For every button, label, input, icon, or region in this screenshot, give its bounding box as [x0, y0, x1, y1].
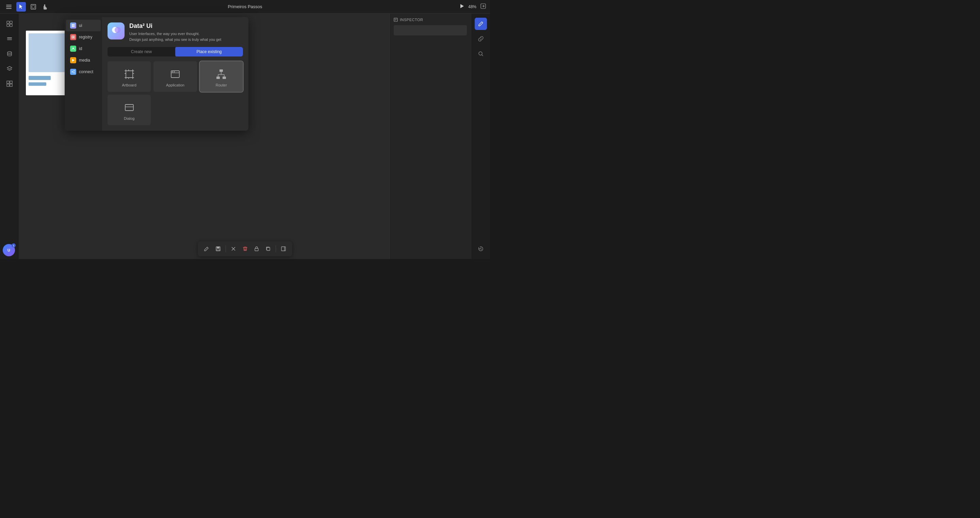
edit-tool-button[interactable]	[201, 243, 212, 254]
svg-rect-52	[220, 69, 223, 72]
lock-tool-button[interactable]	[251, 243, 262, 254]
svg-point-50	[172, 72, 173, 72]
nav-item-ui[interactable]: ui	[66, 20, 101, 31]
svg-rect-59	[125, 105, 134, 111]
nav-item-id[interactable]: id	[66, 43, 101, 54]
ui-nav-icon	[70, 22, 76, 29]
router-icon	[215, 68, 227, 80]
place-existing-tab[interactable]: Place existing	[175, 47, 243, 56]
nav-label-ui: ui	[79, 23, 82, 28]
dialog-icon	[123, 101, 135, 114]
nav-item-media[interactable]: media	[66, 54, 101, 66]
nav-label-registry: registry	[79, 35, 92, 40]
artboard-icon	[123, 68, 135, 80]
router-label: Router	[216, 83, 227, 87]
modal-subtitle-line2: Design just anything, what you see is tr…	[129, 37, 243, 43]
save-tool-button[interactable]	[213, 243, 224, 254]
svg-rect-23	[72, 26, 73, 27]
modal-left-nav: ui registry id media	[65, 17, 102, 131]
router-grid-item[interactable]: Router	[200, 61, 243, 92]
toolbar-divider-1	[226, 245, 226, 252]
nav-label-connect: connect	[79, 69, 93, 74]
svg-rect-67	[267, 247, 270, 250]
modal-title-block: Data² Ui User Interfaces, the way you ev…	[129, 22, 243, 42]
svg-point-30	[74, 70, 75, 72]
media-nav-icon	[70, 57, 76, 63]
application-label: Application	[166, 83, 185, 87]
modal-overlay: ui registry id media	[0, 0, 490, 259]
svg-rect-34	[126, 71, 133, 78]
nav-item-connect[interactable]: connect	[66, 66, 101, 78]
application-grid-item[interactable]: Application	[153, 61, 197, 92]
artboard-label: Artboard	[122, 83, 137, 87]
create-new-tab[interactable]: Create new	[108, 47, 175, 56]
artboard-grid-item[interactable]: Artboard	[108, 61, 151, 92]
svg-rect-53	[216, 77, 220, 79]
svg-point-31	[74, 72, 75, 73]
svg-rect-21	[72, 24, 73, 26]
empty-grid-item-1	[153, 95, 197, 125]
svg-rect-24	[73, 26, 75, 27]
svg-rect-22	[73, 24, 75, 26]
modal-tabs: Create new Place existing	[108, 47, 243, 56]
bottom-toolbar	[198, 241, 292, 256]
dialog-label: Dialog	[124, 116, 134, 121]
modal-header: Data² Ui User Interfaces, the way you ev…	[108, 22, 243, 42]
svg-marker-28	[72, 59, 75, 62]
application-icon	[169, 68, 181, 80]
toolbar-divider-2	[275, 245, 276, 252]
empty-grid-item-2	[200, 95, 243, 125]
svg-rect-63	[217, 249, 220, 250]
modal-subtitle-line1: User Interfaces, the way you ever though…	[129, 31, 243, 37]
connect-nav-icon	[70, 69, 76, 75]
modal-right-content: Data² Ui User Interfaces, the way you ev…	[102, 17, 248, 131]
registry-nav-icon	[70, 34, 76, 40]
nav-label-id: id	[79, 46, 82, 51]
dialog-grid-item[interactable]: Dialog	[108, 95, 151, 125]
svg-rect-68	[282, 247, 285, 251]
nav-item-registry[interactable]: registry	[66, 31, 101, 43]
svg-rect-26	[73, 37, 74, 38]
svg-point-51	[173, 72, 175, 72]
modal-grid: Artboard Application	[108, 61, 243, 125]
delete-tool-button[interactable]	[240, 243, 250, 254]
modal-dialog: ui registry id media	[65, 17, 248, 131]
close-tool-button[interactable]	[228, 243, 239, 254]
nav-label-media: media	[79, 58, 90, 63]
svg-point-29	[72, 72, 73, 72]
svg-rect-54	[223, 77, 226, 79]
right-sidebar-toggle[interactable]	[278, 243, 289, 254]
app-logo	[108, 22, 124, 40]
svg-rect-62	[217, 247, 220, 249]
duplicate-tool-button[interactable]	[263, 243, 274, 254]
id-nav-icon	[70, 46, 76, 52]
modal-app-title: Data² Ui	[129, 22, 243, 30]
svg-rect-66	[255, 249, 258, 251]
svg-point-33	[115, 27, 121, 33]
